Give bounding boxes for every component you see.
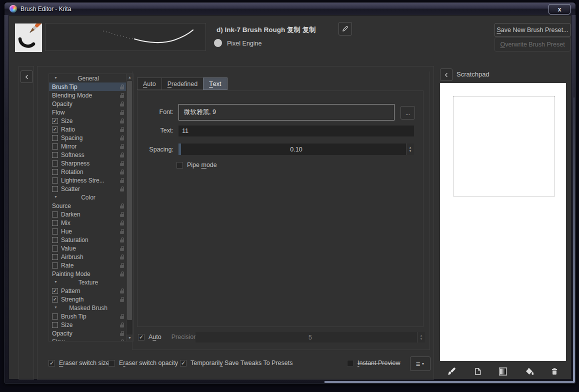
titlebar[interactable]: Brush Editor - Krita x xyxy=(4,2,576,15)
options-item[interactable]: Airbrush xyxy=(49,252,126,261)
options-item[interactable]: Flow xyxy=(49,108,126,116)
auto-precision-checkbox[interactable]: ✓ xyxy=(138,334,144,340)
option-enable-checkbox[interactable] xyxy=(52,178,58,184)
lock-icon[interactable] xyxy=(120,144,124,149)
option-enable-checkbox[interactable]: ✓ xyxy=(52,118,58,124)
lock-icon[interactable] xyxy=(120,84,124,90)
lock-icon[interactable] xyxy=(120,238,124,242)
pipe-mode-checkbox[interactable] xyxy=(176,162,183,168)
options-item[interactable]: ✓Ratio xyxy=(49,125,126,134)
options-item[interactable]: Opacity xyxy=(49,329,126,338)
options-section-header[interactable]: ▼Color xyxy=(49,193,126,202)
lock-icon[interactable] xyxy=(120,229,124,234)
option-enable-checkbox[interactable] xyxy=(52,152,58,158)
font-field[interactable]: 微软雅黑, 9 xyxy=(178,104,394,120)
lock-icon[interactable] xyxy=(120,297,124,302)
lock-icon[interactable] xyxy=(120,170,124,174)
options-item[interactable]: ✓Size xyxy=(49,116,126,125)
font-browse-button[interactable]: ... xyxy=(400,106,415,120)
lock-icon[interactable] xyxy=(120,212,124,217)
option-enable-checkbox[interactable] xyxy=(52,169,58,175)
close-button[interactable]: x xyxy=(548,4,570,14)
options-item[interactable]: Hue xyxy=(49,227,126,236)
option-enable-checkbox[interactable]: ✓ xyxy=(52,296,58,302)
collapse-left-button[interactable] xyxy=(20,70,33,83)
options-item[interactable]: Spacing xyxy=(49,134,126,142)
lock-icon[interactable] xyxy=(120,102,124,106)
lock-icon[interactable] xyxy=(120,204,124,208)
options-item[interactable]: Blending Mode xyxy=(49,91,126,100)
lock-icon[interactable] xyxy=(120,127,124,132)
lock-icon[interactable] xyxy=(120,93,124,98)
precision-slider[interactable]: 5 ▲▼ xyxy=(196,332,425,342)
footer-checkbox[interactable]: ✓ xyxy=(180,360,186,366)
lock-icon[interactable] xyxy=(120,288,124,294)
options-item[interactable]: Rate xyxy=(49,261,126,270)
option-enable-checkbox[interactable]: ✓ xyxy=(52,126,58,132)
option-enable-checkbox[interactable] xyxy=(52,254,58,260)
footer-checkbox[interactable] xyxy=(108,360,115,366)
lock-icon[interactable] xyxy=(120,161,124,166)
option-enable-checkbox[interactable] xyxy=(52,220,58,226)
save-new-brush-preset-button[interactable]: Save New Brush Preset... xyxy=(494,23,570,37)
lock-icon[interactable] xyxy=(120,110,124,115)
tab-auto[interactable]: Auto xyxy=(137,78,162,90)
options-item[interactable]: Sharpness xyxy=(49,159,126,168)
options-item[interactable]: Brush Tip xyxy=(49,312,126,320)
options-menu-button[interactable]: ≡ ▼ xyxy=(410,356,430,371)
precision-spinner[interactable]: ▲▼ xyxy=(417,332,425,342)
options-item[interactable]: Scatter xyxy=(49,184,126,193)
option-enable-checkbox[interactable] xyxy=(52,246,58,252)
lock-icon[interactable] xyxy=(120,152,124,158)
spacing-slider[interactable]: 0.10 ▲▼ xyxy=(178,144,414,155)
option-enable-checkbox[interactable] xyxy=(52,212,58,218)
option-enable-checkbox[interactable] xyxy=(52,262,58,268)
options-section-header[interactable]: ▼Masked Brush xyxy=(49,304,126,312)
option-enable-checkbox[interactable] xyxy=(52,186,58,192)
options-section-header[interactable]: ▼General xyxy=(49,74,126,82)
scratchpad-tool-gradient-button[interactable] xyxy=(496,365,510,378)
scratchpad-tool-trash-button[interactable] xyxy=(547,365,562,378)
scratchpad-tool-fill-button[interactable] xyxy=(522,365,536,378)
options-item[interactable]: Rotation xyxy=(49,168,126,176)
lock-icon[interactable] xyxy=(120,263,124,268)
scratchpad-tool-document-button[interactable] xyxy=(470,365,485,378)
options-item[interactable]: Size xyxy=(49,320,126,329)
option-enable-checkbox[interactable]: ✓ xyxy=(52,288,58,294)
option-enable-checkbox[interactable] xyxy=(52,228,58,234)
options-item[interactable]: Lightness Stre... xyxy=(49,176,126,184)
options-item[interactable]: Opacity xyxy=(49,100,126,108)
rename-brush-button[interactable] xyxy=(338,22,352,36)
lock-icon[interactable] xyxy=(120,254,124,260)
options-item[interactable]: Painting Mode xyxy=(49,270,126,278)
scratchpad-tool-paintbrush-button[interactable] xyxy=(444,365,459,378)
lock-icon[interactable] xyxy=(120,178,124,183)
lock-icon[interactable] xyxy=(120,322,124,328)
option-enable-checkbox[interactable] xyxy=(52,160,58,166)
text-field[interactable]: 11 xyxy=(178,126,414,136)
footer-checkbox[interactable] xyxy=(347,360,354,366)
options-item[interactable]: ✓Strength xyxy=(49,295,126,304)
lock-icon[interactable] xyxy=(120,272,124,276)
option-enable-checkbox[interactable] xyxy=(52,135,58,141)
options-item[interactable]: Value xyxy=(49,244,126,252)
option-enable-checkbox[interactable] xyxy=(52,322,58,328)
lock-icon[interactable] xyxy=(120,186,124,192)
options-item[interactable]: Brush Tip xyxy=(49,82,126,91)
lock-icon[interactable] xyxy=(120,314,124,319)
lock-icon[interactable] xyxy=(120,136,124,140)
options-item[interactable]: Softness xyxy=(49,150,126,159)
scratchpad-canvas[interactable] xyxy=(440,83,566,361)
option-enable-checkbox[interactable] xyxy=(52,314,58,320)
collapse-scratchpad-button[interactable] xyxy=(440,68,452,81)
options-section-header[interactable]: ▼Texture xyxy=(49,278,126,286)
options-item[interactable]: Flow xyxy=(49,338,126,341)
lock-icon[interactable] xyxy=(120,118,124,124)
lock-icon[interactable] xyxy=(120,340,124,342)
option-enable-checkbox[interactable] xyxy=(52,237,58,243)
options-item[interactable]: Mirror xyxy=(49,142,126,150)
spacing-spinner[interactable]: ▲▼ xyxy=(406,144,414,155)
options-item[interactable]: ✓Pattern xyxy=(49,286,126,295)
lock-icon[interactable] xyxy=(120,246,124,251)
options-item[interactable]: Mix xyxy=(49,218,126,227)
